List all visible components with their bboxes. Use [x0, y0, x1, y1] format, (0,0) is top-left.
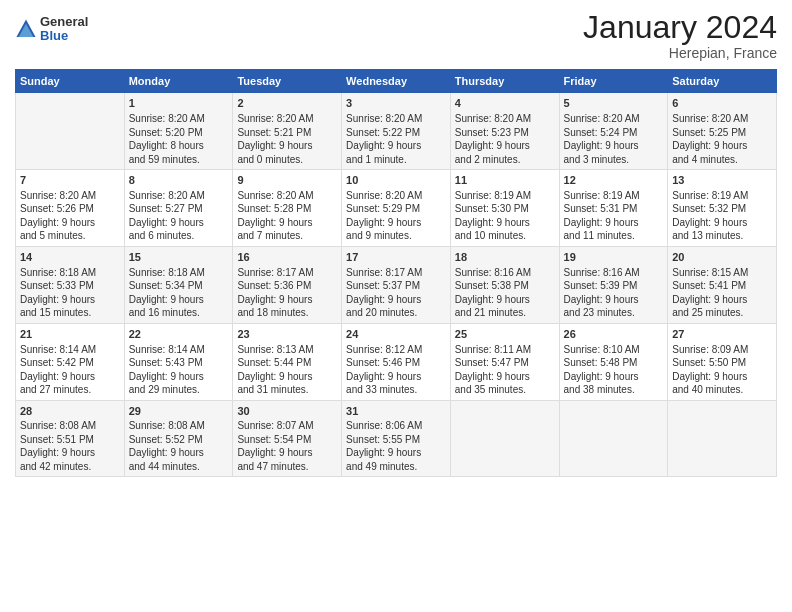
calendar-cell: [559, 400, 668, 477]
cell-content: 22Sunrise: 8:14 AMSunset: 5:43 PMDayligh…: [129, 327, 229, 397]
cell-content: 30Sunrise: 8:07 AMSunset: 5:54 PMDayligh…: [237, 404, 337, 474]
cell-content: 19Sunrise: 8:16 AMSunset: 5:39 PMDayligh…: [564, 250, 664, 320]
calendar-cell: 6Sunrise: 8:20 AMSunset: 5:25 PMDaylight…: [668, 93, 777, 170]
cell-line: Daylight: 9 hours: [20, 370, 120, 384]
cell-line: Sunrise: 8:07 AM: [237, 419, 337, 433]
cell-line: and 29 minutes.: [129, 383, 229, 397]
cell-line: and 6 minutes.: [129, 229, 229, 243]
calendar-cell: 3Sunrise: 8:20 AMSunset: 5:22 PMDaylight…: [342, 93, 451, 170]
page-subtitle: Herepian, France: [583, 45, 777, 61]
cell-content: 18Sunrise: 8:16 AMSunset: 5:38 PMDayligh…: [455, 250, 555, 320]
day-number: 14: [20, 250, 120, 265]
cell-line: Sunrise: 8:20 AM: [346, 112, 446, 126]
column-header-wednesday: Wednesday: [342, 70, 451, 93]
cell-line: and 23 minutes.: [564, 306, 664, 320]
cell-line: Sunrise: 8:11 AM: [455, 343, 555, 357]
calendar-cell: 26Sunrise: 8:10 AMSunset: 5:48 PMDayligh…: [559, 323, 668, 400]
calendar-cell: 13Sunrise: 8:19 AMSunset: 5:32 PMDayligh…: [668, 170, 777, 247]
cell-line: Sunrise: 8:12 AM: [346, 343, 446, 357]
cell-content: 17Sunrise: 8:17 AMSunset: 5:37 PMDayligh…: [346, 250, 446, 320]
cell-content: 16Sunrise: 8:17 AMSunset: 5:36 PMDayligh…: [237, 250, 337, 320]
day-number: 28: [20, 404, 120, 419]
cell-content: 28Sunrise: 8:08 AMSunset: 5:51 PMDayligh…: [20, 404, 120, 474]
day-number: 31: [346, 404, 446, 419]
calendar-cell: 28Sunrise: 8:08 AMSunset: 5:51 PMDayligh…: [16, 400, 125, 477]
cell-line: and 42 minutes.: [20, 460, 120, 474]
cell-line: Daylight: 9 hours: [237, 370, 337, 384]
cell-line: Daylight: 9 hours: [129, 293, 229, 307]
cell-line: and 16 minutes.: [129, 306, 229, 320]
cell-line: Sunrise: 8:18 AM: [20, 266, 120, 280]
column-header-thursday: Thursday: [450, 70, 559, 93]
cell-line: Sunrise: 8:17 AM: [237, 266, 337, 280]
cell-content: 9Sunrise: 8:20 AMSunset: 5:28 PMDaylight…: [237, 173, 337, 243]
cell-line: Sunset: 5:25 PM: [672, 126, 772, 140]
cell-line: Sunrise: 8:20 AM: [20, 189, 120, 203]
cell-line: Sunset: 5:52 PM: [129, 433, 229, 447]
calendar-cell: 20Sunrise: 8:15 AMSunset: 5:41 PMDayligh…: [668, 246, 777, 323]
cell-content: 6Sunrise: 8:20 AMSunset: 5:25 PMDaylight…: [672, 96, 772, 166]
cell-line: Daylight: 9 hours: [346, 370, 446, 384]
cell-line: Sunrise: 8:16 AM: [564, 266, 664, 280]
cell-line: and 47 minutes.: [237, 460, 337, 474]
day-number: 12: [564, 173, 664, 188]
cell-line: Sunset: 5:24 PM: [564, 126, 664, 140]
cell-line: and 11 minutes.: [564, 229, 664, 243]
cell-line: and 40 minutes.: [672, 383, 772, 397]
cell-line: Daylight: 9 hours: [346, 293, 446, 307]
calendar-cell: [450, 400, 559, 477]
cell-line: Daylight: 9 hours: [237, 446, 337, 460]
calendar-cell: 19Sunrise: 8:16 AMSunset: 5:39 PMDayligh…: [559, 246, 668, 323]
cell-content: 27Sunrise: 8:09 AMSunset: 5:50 PMDayligh…: [672, 327, 772, 397]
cell-line: Daylight: 9 hours: [129, 446, 229, 460]
cell-line: Sunset: 5:23 PM: [455, 126, 555, 140]
day-number: 20: [672, 250, 772, 265]
day-number: 19: [564, 250, 664, 265]
calendar-cell: 21Sunrise: 8:14 AMSunset: 5:42 PMDayligh…: [16, 323, 125, 400]
cell-line: and 4 minutes.: [672, 153, 772, 167]
column-header-monday: Monday: [124, 70, 233, 93]
cell-line: Sunset: 5:55 PM: [346, 433, 446, 447]
cell-line: Daylight: 9 hours: [455, 139, 555, 153]
cell-line: Daylight: 9 hours: [129, 370, 229, 384]
cell-line: Daylight: 9 hours: [346, 446, 446, 460]
calendar-header: SundayMondayTuesdayWednesdayThursdayFrid…: [16, 70, 777, 93]
cell-line: Daylight: 9 hours: [20, 446, 120, 460]
cell-line: Daylight: 9 hours: [672, 370, 772, 384]
logo-blue: Blue: [40, 29, 88, 43]
cell-line: Sunrise: 8:20 AM: [129, 189, 229, 203]
cell-line: Daylight: 9 hours: [564, 216, 664, 230]
logo-text: General Blue: [40, 15, 88, 44]
cell-line: and 27 minutes.: [20, 383, 120, 397]
column-header-tuesday: Tuesday: [233, 70, 342, 93]
cell-line: Sunset: 5:51 PM: [20, 433, 120, 447]
cell-line: and 31 minutes.: [237, 383, 337, 397]
cell-line: and 15 minutes.: [20, 306, 120, 320]
cell-content: 29Sunrise: 8:08 AMSunset: 5:52 PMDayligh…: [129, 404, 229, 474]
cell-line: and 13 minutes.: [672, 229, 772, 243]
cell-line: Daylight: 9 hours: [672, 139, 772, 153]
calendar-cell: 17Sunrise: 8:17 AMSunset: 5:37 PMDayligh…: [342, 246, 451, 323]
cell-line: and 5 minutes.: [20, 229, 120, 243]
cell-content: 4Sunrise: 8:20 AMSunset: 5:23 PMDaylight…: [455, 96, 555, 166]
cell-line: Daylight: 9 hours: [346, 216, 446, 230]
column-header-friday: Friday: [559, 70, 668, 93]
cell-line: Sunset: 5:37 PM: [346, 279, 446, 293]
day-number: 7: [20, 173, 120, 188]
cell-content: 23Sunrise: 8:13 AMSunset: 5:44 PMDayligh…: [237, 327, 337, 397]
calendar-cell: 4Sunrise: 8:20 AMSunset: 5:23 PMDaylight…: [450, 93, 559, 170]
cell-line: Sunset: 5:34 PM: [129, 279, 229, 293]
cell-line: Sunset: 5:21 PM: [237, 126, 337, 140]
cell-content: 26Sunrise: 8:10 AMSunset: 5:48 PMDayligh…: [564, 327, 664, 397]
cell-line: and 0 minutes.: [237, 153, 337, 167]
cell-line: Sunset: 5:48 PM: [564, 356, 664, 370]
cell-line: Sunrise: 8:20 AM: [672, 112, 772, 126]
cell-line: Sunset: 5:43 PM: [129, 356, 229, 370]
cell-line: Sunrise: 8:06 AM: [346, 419, 446, 433]
day-number: 29: [129, 404, 229, 419]
cell-line: Sunrise: 8:08 AM: [129, 419, 229, 433]
cell-line: Sunrise: 8:19 AM: [564, 189, 664, 203]
cell-line: Sunset: 5:50 PM: [672, 356, 772, 370]
cell-line: Sunset: 5:26 PM: [20, 202, 120, 216]
cell-line: and 49 minutes.: [346, 460, 446, 474]
